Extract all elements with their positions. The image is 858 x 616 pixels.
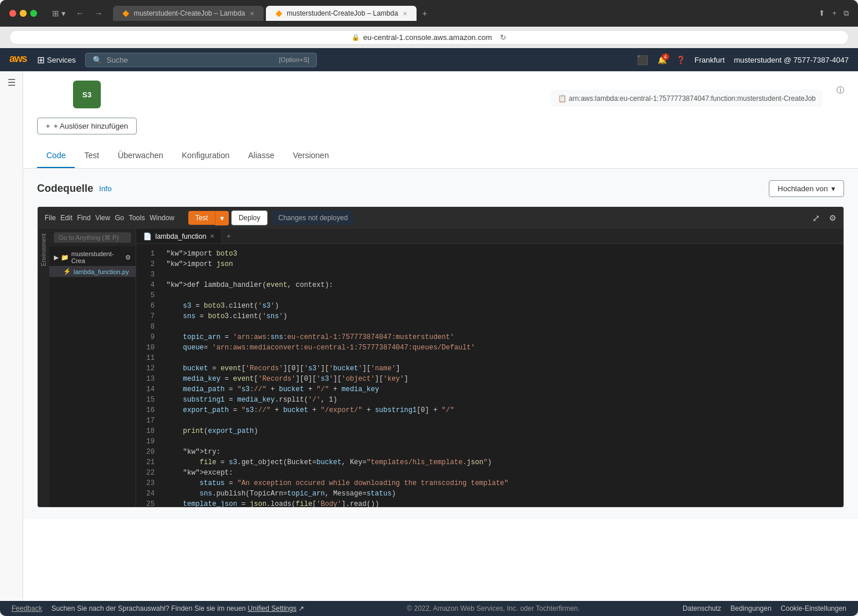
address-input[interactable]: 🔒 eu-central-1.console.aws.amazon.com ↻: [9, 30, 849, 45]
hamburger-icon[interactable]: ☰: [8, 77, 16, 88]
ide-file-tree-sidebar: ▶ 📁 musterstudent-Crea ⚙ ⚡ lambda_functi…: [49, 229, 136, 507]
datenschutz-link[interactable]: Datenschutz: [682, 604, 721, 613]
user-menu[interactable]: musterstudent @ 7577-7387-4047: [734, 56, 849, 64]
footer-message: Suchen Sie nach der Sprachauswahl? Finde…: [52, 604, 304, 613]
ide-container: File Edit Find View Go Tools Window Test…: [37, 206, 844, 508]
deploy-btn[interactable]: Deploy: [231, 210, 268, 225]
region-selector[interactable]: Frankfurt: [695, 56, 725, 64]
tab-close-1[interactable]: ✕: [250, 10, 254, 17]
test-dropdown-btn[interactable]: ▾: [215, 211, 229, 225]
ide-go-menu[interactable]: Go: [115, 214, 124, 222]
ide-body: Environment ▶ 📁: [38, 229, 844, 507]
test-btn[interactable]: Test: [188, 211, 215, 225]
info-icon[interactable]: ⓘ: [837, 85, 844, 96]
settings-icon[interactable]: ⚙: [125, 254, 131, 261]
terminal-icon[interactable]: ⬛: [637, 54, 648, 65]
lambda-tabs: Code Test Überwachen Konfiguration Alias…: [23, 144, 858, 169]
feedback-btn[interactable]: Feedback: [12, 604, 42, 613]
tab-versions[interactable]: Versionen: [283, 144, 338, 168]
ide-editor: 📄 lambda_function ✕ + 123456789101112131…: [136, 229, 844, 507]
services-menu-btn[interactable]: ⊞ Services: [37, 54, 76, 65]
ide-toolbar: File Edit Find View Go Tools Window Test…: [38, 207, 844, 229]
tab-label-1: musterstudent-CreateJob – Lambda: [134, 9, 245, 17]
search-input[interactable]: [107, 56, 275, 64]
changes-badge: Changes not deployed: [272, 211, 353, 225]
copyright: © 2022, Amazon Web Services, Inc. oder T…: [407, 604, 580, 613]
ide-tools-menu[interactable]: Tools: [129, 214, 145, 222]
ide-file-item[interactable]: ⚡ lambda_function.py: [49, 266, 136, 277]
ide-find-menu[interactable]: Find: [77, 214, 90, 222]
minimize-window-btn[interactable]: [20, 10, 27, 17]
browser-tab-2[interactable]: 🔶 musterstudent-CreateJob – Lambda ✕: [266, 6, 417, 21]
ide-expand-btn[interactable]: ⤢: [812, 213, 820, 224]
file-icon: ⚡: [63, 268, 71, 275]
address-bar: 🔒 eu-central-1.console.aws.amazon.com ↻: [0, 27, 858, 48]
ide-file-menu[interactable]: File: [45, 214, 56, 222]
bell-icon[interactable]: 🔔 4: [658, 56, 667, 64]
tab-config[interactable]: Konfiguration: [173, 144, 239, 168]
sidebar-toggle-btn[interactable]: ⊞ ▾: [49, 8, 69, 19]
cookie-link[interactable]: Cookie-Einstellungen: [781, 604, 846, 613]
add-trigger-btn[interactable]: + + Auslöser hinzufügen: [37, 118, 137, 134]
tab-close-2[interactable]: ✕: [403, 10, 407, 17]
main-content: ☰ S3 + + Auslöser hinzufügen: [0, 71, 858, 601]
new-tab-btn[interactable]: +: [419, 6, 430, 21]
ide-editor-content[interactable]: 1234567891011121314151617181920212223242…: [136, 244, 844, 507]
ide-file-tree: ▶ 📁 musterstudent-Crea ⚙ ⚡ lambda_functi…: [49, 246, 136, 507]
maximize-window-btn[interactable]: [30, 10, 37, 17]
lock-icon: 🔒: [352, 34, 360, 41]
tab-favicon-1: 🔶: [122, 10, 129, 17]
tab-monitor[interactable]: Überwachen: [108, 144, 173, 168]
ide-editor-tab[interactable]: 📄 lambda_function ✕: [136, 229, 222, 243]
tab-code[interactable]: Code: [37, 144, 75, 168]
back-btn[interactable]: ←: [72, 8, 87, 19]
folder-icon: 📁: [61, 254, 69, 261]
unified-settings-link[interactable]: Unified Settings: [248, 604, 297, 613]
ide-settings-btn[interactable]: ⚙: [829, 213, 837, 223]
ide-search-input[interactable]: [54, 232, 131, 243]
reload-btn[interactable]: ↻: [500, 33, 506, 42]
windows-btn[interactable]: ⧉: [844, 9, 849, 18]
services-grid-icon: ⊞: [37, 54, 45, 65]
search-shortcut: [Option+S]: [279, 56, 309, 63]
dropdown-icon: ▾: [831, 184, 835, 193]
nav-right: ⬛ 🔔 4 ❓ Frankfurt musterstudent @ 7577-7…: [637, 54, 849, 65]
aws-navbar: aws ⊞ Services 🔍 [Option+S] ⬛ 🔔 4 ❓ Fran…: [0, 48, 858, 71]
environment-label: Environment: [38, 229, 49, 271]
aws-logo: aws: [9, 52, 28, 68]
page-content: S3 + + Auslöser hinzufügen 📋 arn:aws:lam…: [23, 71, 858, 601]
search-icon: 🔍: [93, 56, 102, 64]
forward-btn[interactable]: →: [91, 8, 106, 19]
share-btn[interactable]: ⬆: [819, 9, 825, 18]
ide-view-menu[interactable]: View: [95, 214, 110, 222]
aws-console: aws ⊞ Services 🔍 [Option+S] ⬛ 🔔 4 ❓ Fran…: [0, 48, 858, 616]
folder-label: musterstudent-Crea: [71, 250, 123, 264]
browser-tab-1[interactable]: 🔶 musterstudent-CreateJob – Lambda ✕: [113, 6, 264, 21]
tab-test[interactable]: Test: [75, 144, 108, 168]
close-window-btn[interactable]: [9, 10, 16, 17]
help-icon[interactable]: ❓: [676, 56, 685, 64]
bedingungen-link[interactable]: Bedingungen: [731, 604, 772, 613]
copy-icon: 📋: [558, 94, 567, 103]
ide-folder-item[interactable]: ▶ 📁 musterstudent-Crea ⚙: [49, 249, 136, 266]
upload-btn[interactable]: Hochladen von ▾: [769, 180, 844, 197]
ide-edit-menu[interactable]: Edit: [60, 214, 72, 222]
ide-tab-add-btn[interactable]: +: [222, 229, 236, 243]
svg-text:aws: aws: [9, 53, 27, 64]
code-area[interactable]: "kw">import boto3"kw">import json"kw">de…: [159, 244, 844, 507]
ide-tab-close[interactable]: ✕: [210, 233, 214, 239]
add-tab-btn[interactable]: +: [832, 9, 837, 18]
lambda-header: S3 + + Auslöser hinzufügen 📋 arn:aws:lam…: [23, 71, 858, 144]
bottom-bar: Feedback Suchen Sie nach der Sprachauswa…: [0, 601, 858, 616]
info-link[interactable]: Info: [99, 184, 112, 193]
code-header-row: Codequelle Info Hochladen von ▾: [37, 180, 844, 197]
external-link-icon: ↗: [298, 604, 304, 613]
plus-icon: +: [46, 122, 50, 130]
code-section: Codequelle Info Hochladen von ▾: [23, 169, 858, 519]
tab-aliases[interactable]: Aliasse: [239, 144, 283, 168]
services-label: Services: [47, 56, 76, 64]
ide-tab-filename: lambda_function: [155, 232, 206, 240]
line-numbers: 1234567891011121314151617181920212223242…: [136, 244, 159, 507]
ide-window-menu[interactable]: Window: [149, 214, 174, 222]
traffic-lights: [9, 10, 37, 17]
